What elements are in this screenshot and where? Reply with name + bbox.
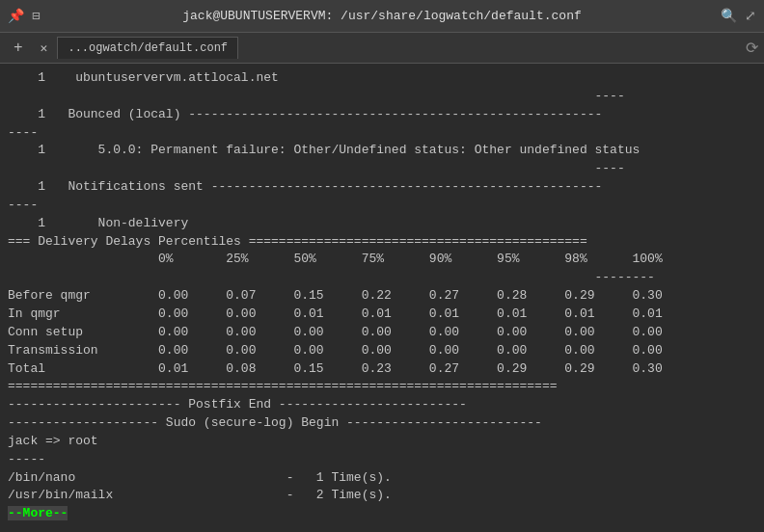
- terminal-line: 1 Notifications sent -------------------…: [8, 178, 756, 197]
- new-tab-button[interactable]: +: [6, 38, 31, 59]
- terminal-line: 1 5.0.0: Permanent failure: Other/Undefi…: [8, 142, 756, 160]
- title-bar-right-icons: 🔍 ⤢: [721, 8, 756, 24]
- terminal-line: ----: [8, 160, 756, 178]
- terminal-line: 1 Non-delivery: [8, 215, 756, 233]
- terminal-line: ----: [8, 197, 756, 215]
- terminal-line: 1 Bounced (local) ----------------------…: [8, 106, 756, 124]
- terminal-line: ========================================…: [8, 378, 756, 396]
- terminal-line: In qmgr 0.00 0.00 0.01 0.01 0.01 0.01 0.…: [8, 306, 756, 324]
- resize-icon[interactable]: ⊟: [32, 8, 40, 24]
- terminal-line: 1 ubuntuservervm.attlocal.net: [8, 69, 756, 88]
- title-bar-left-icons: 📌 ⊟: [8, 8, 40, 24]
- terminal-line: ----: [8, 124, 756, 143]
- terminal-line: Before qmgr 0.00 0.07 0.15 0.22 0.27 0.2…: [8, 287, 756, 306]
- terminal-line: -----: [8, 451, 756, 469]
- tab-bar: + ✕ ...ogwatch/default.conf ⟳: [0, 33, 764, 64]
- terminal-line: --------: [8, 269, 756, 287]
- terminal-line: ----------------------- Postfix End ----…: [8, 396, 756, 414]
- terminal-line: Transmission 0.00 0.00 0.00 0.00 0.00 0.…: [8, 342, 756, 360]
- terminal-line: jack => root: [8, 433, 756, 451]
- terminal-line: === Delivery Delays Percentiles ========…: [8, 233, 756, 252]
- terminal-line: ----: [8, 88, 756, 106]
- terminal-line: 0% 25% 50% 75% 90% 95% 98% 100%: [8, 251, 756, 269]
- history-button[interactable]: ⟳: [746, 39, 758, 58]
- title-bar: 📌 ⊟ jack@UBUNTUSERVERVM: /usr/share/logw…: [0, 0, 764, 33]
- tab-label: ...ogwatch/default.conf: [68, 41, 228, 55]
- terminal-line: --More--: [8, 505, 756, 523]
- terminal-line: /bin/nano - 1 Time(s).: [8, 469, 756, 488]
- terminal-line: Total 0.01 0.08 0.15 0.23 0.27 0.29 0.29…: [8, 360, 756, 379]
- terminal-content: 1 ubuntuservervm.attlocal.net ---- 1 Bou…: [0, 64, 764, 532]
- search-icon[interactable]: 🔍: [721, 8, 737, 24]
- terminal-line: Conn setup 0.00 0.00 0.00 0.00 0.00 0.00…: [8, 324, 756, 342]
- close-tab-button[interactable]: ✕: [35, 39, 54, 58]
- expand-icon[interactable]: ⤢: [745, 8, 756, 24]
- pin-icon[interactable]: 📌: [8, 8, 24, 24]
- tab-item[interactable]: ...ogwatch/default.conf: [57, 37, 238, 59]
- terminal-line: /usr/bin/mailx - 2 Time(s).: [8, 487, 756, 505]
- terminal-line: -------------------- Sudo (secure-log) B…: [8, 414, 756, 433]
- title-bar-title: jack@UBUNTUSERVERVM: /usr/share/logwatch…: [182, 9, 581, 23]
